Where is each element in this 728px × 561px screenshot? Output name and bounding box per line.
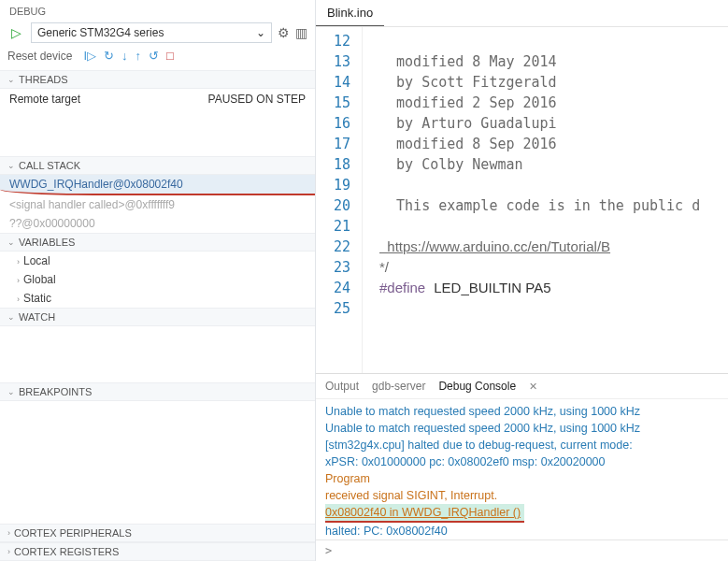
cortex-peripherals-title: CORTEX PERIPHERALS bbox=[14, 527, 132, 539]
watch-section-header[interactable]: ⌄ WATCH bbox=[0, 308, 315, 326]
gear-icon[interactable]: ⚙ bbox=[278, 25, 290, 40]
debug-console-output[interactable]: Unable to match requested speed 2000 kHz… bbox=[316, 399, 728, 539]
variables-section-header[interactable]: ⌄ VARIABLES bbox=[0, 233, 315, 252]
callstack-frame[interactable]: WWDG_IRQHandler@0x08002f40 bbox=[0, 175, 315, 195]
thread-target[interactable]: Remote target bbox=[9, 93, 80, 106]
chevron-down-icon: ⌄ bbox=[7, 387, 15, 396]
cortex-peripherals-header[interactable]: › CORTEX PERIPHERALS bbox=[0, 524, 315, 542]
chevron-right-icon: › bbox=[17, 276, 20, 285]
debug-console-input[interactable]: > bbox=[316, 539, 728, 561]
cortex-registers-header[interactable]: › CORTEX REGISTERS bbox=[0, 542, 315, 561]
reset-device-button[interactable]: Reset device bbox=[7, 50, 72, 63]
variables-local[interactable]: ›Local bbox=[0, 252, 315, 270]
chevron-right-icon: › bbox=[7, 528, 10, 538]
chevron-down-icon: ⌄ bbox=[256, 26, 265, 39]
step-out-icon[interactable]: ↑ bbox=[136, 49, 142, 63]
launch-config-label: Generic STM32G4 series bbox=[37, 26, 164, 39]
watch-title: WATCH bbox=[19, 311, 55, 323]
launch-config-select[interactable]: Generic STM32G4 series ⌄ bbox=[31, 22, 272, 43]
callstack-frame[interactable]: ??@0x00000000 bbox=[0, 214, 315, 233]
variables-group-label: Local bbox=[23, 254, 50, 267]
callstack-title: CALL STACK bbox=[19, 160, 80, 171]
editor-gutter: 12 13 14 15 16 17 18 19 20 21 22 23 24 2… bbox=[316, 27, 363, 373]
thread-status: PAUSED ON STEP bbox=[208, 93, 306, 106]
step-into-icon[interactable]: ↓ bbox=[121, 49, 128, 63]
close-icon[interactable]: ✕ bbox=[529, 381, 537, 393]
cortex-registers-title: CORTEX REGISTERS bbox=[14, 546, 119, 557]
chevron-down-icon: ⌄ bbox=[7, 75, 15, 84]
tab-gdb-server[interactable]: gdb-server bbox=[372, 380, 425, 393]
chevron-right-icon: › bbox=[17, 295, 20, 304]
chevron-right-icon: › bbox=[17, 257, 20, 266]
chevron-down-icon: ⌄ bbox=[7, 161, 15, 170]
variables-static[interactable]: ›Static bbox=[0, 289, 315, 308]
variables-group-label: Static bbox=[23, 292, 51, 305]
threads-section-header[interactable]: ⌄ THREADS bbox=[0, 70, 315, 89]
tab-debug-console[interactable]: Debug Console bbox=[438, 380, 516, 393]
step-over-icon[interactable]: ↻ bbox=[104, 49, 114, 63]
callstack-frame[interactable]: <signal handler called>@0xfffffff9 bbox=[0, 195, 315, 214]
variables-global[interactable]: ›Global bbox=[0, 270, 315, 289]
chevron-down-icon: ⌄ bbox=[7, 237, 15, 247]
callstack-section-header[interactable]: ⌄ CALL STACK bbox=[0, 156, 315, 175]
editor-tab[interactable]: Blink.ino bbox=[316, 0, 384, 26]
run-debug-button[interactable]: ▷ bbox=[7, 23, 25, 42]
variables-group-label: Global bbox=[23, 273, 56, 286]
debug-header: DEBUG bbox=[0, 0, 315, 19]
breakpoints-section-header[interactable]: ⌄ BREAKPOINTS bbox=[0, 382, 315, 401]
chevron-right-icon: › bbox=[7, 547, 10, 556]
editor-code[interactable]: modified 8 May 2014 by Scott Fitzgerald … bbox=[363, 27, 728, 373]
stop-icon[interactable]: □ bbox=[166, 49, 174, 63]
tab-output[interactable]: Output bbox=[325, 380, 359, 393]
continue-icon[interactable]: I▷ bbox=[83, 49, 96, 63]
output-icon[interactable]: ▥ bbox=[295, 25, 307, 40]
threads-title: THREADS bbox=[19, 74, 68, 85]
breakpoints-title: BREAKPOINTS bbox=[19, 386, 92, 397]
chevron-down-icon: ⌄ bbox=[7, 312, 15, 322]
variables-title: VARIABLES bbox=[19, 237, 75, 248]
restart-icon[interactable]: ↺ bbox=[149, 49, 159, 63]
